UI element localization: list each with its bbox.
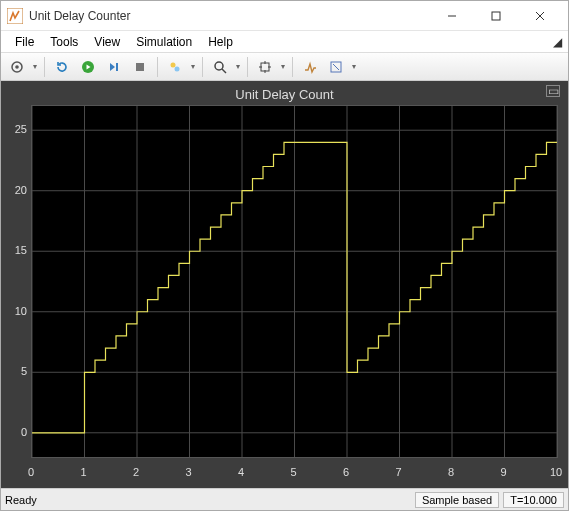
svg-point-6: [15, 65, 19, 69]
svg-rect-14: [261, 63, 269, 71]
restart-button[interactable]: [50, 56, 74, 78]
maximize-axes-icon[interactable]: ▭: [546, 85, 560, 97]
plot-area[interactable]: 0510152025012345678910: [31, 105, 558, 458]
xtick: 8: [448, 466, 454, 478]
titlebar: Unit Delay Counter: [1, 1, 568, 31]
svg-rect-8: [116, 63, 118, 71]
highlight-button[interactable]: [163, 56, 187, 78]
ytick: 25: [1, 123, 27, 135]
xtick: 6: [343, 466, 349, 478]
svg-rect-9: [136, 63, 144, 71]
ytick: 10: [1, 305, 27, 317]
ytick: 0: [1, 426, 27, 438]
measurements-caret[interactable]: ▾: [350, 62, 358, 71]
config-gear-caret[interactable]: ▾: [31, 62, 39, 71]
xtick: 2: [133, 466, 139, 478]
highlight-caret[interactable]: ▾: [189, 62, 197, 71]
ytick: 20: [1, 184, 27, 196]
triggers-button[interactable]: [298, 56, 322, 78]
xtick: 4: [238, 466, 244, 478]
autoscale-button[interactable]: [253, 56, 277, 78]
menu-simulation[interactable]: Simulation: [128, 33, 200, 51]
svg-line-16: [333, 64, 339, 70]
xtick: 5: [290, 466, 296, 478]
status-time: T=10.000: [503, 492, 564, 508]
menu-file[interactable]: File: [7, 33, 42, 51]
menu-overflow-icon[interactable]: ◢: [553, 35, 562, 49]
config-gear-button[interactable]: [5, 56, 29, 78]
scope-area: Unit Delay Count ▭ 051015202501234567891…: [1, 81, 568, 488]
menu-tools[interactable]: Tools: [42, 33, 86, 51]
xtick: 1: [80, 466, 86, 478]
status-mode: Sample based: [415, 492, 499, 508]
measurements-button[interactable]: [324, 56, 348, 78]
xtick: 3: [185, 466, 191, 478]
app-icon: [7, 8, 23, 24]
minimize-button[interactable]: [430, 2, 474, 30]
scope-title: Unit Delay Count: [7, 87, 562, 105]
ytick: 15: [1, 244, 27, 256]
ytick: 5: [1, 365, 27, 377]
stop-button[interactable]: [128, 56, 152, 78]
svg-rect-2: [492, 12, 500, 20]
toolbar: ▾▾▾▾▾: [1, 53, 568, 81]
menu-help[interactable]: Help: [200, 33, 241, 51]
xtick: 7: [395, 466, 401, 478]
status-ready: Ready: [5, 494, 37, 506]
maximize-button[interactable]: [474, 2, 518, 30]
menubar: FileToolsViewSimulationHelp◢: [1, 31, 568, 53]
xtick: 9: [500, 466, 506, 478]
close-button[interactable]: [518, 2, 562, 30]
window-title: Unit Delay Counter: [29, 9, 130, 23]
svg-line-13: [222, 69, 226, 73]
autoscale-caret[interactable]: ▾: [279, 62, 287, 71]
zoom-button[interactable]: [208, 56, 232, 78]
menu-view[interactable]: View: [86, 33, 128, 51]
svg-point-11: [175, 66, 180, 71]
statusbar: Ready Sample based T=10.000: [1, 488, 568, 510]
zoom-caret[interactable]: ▾: [234, 62, 242, 71]
xtick: 0: [28, 466, 34, 478]
run-button[interactable]: [76, 56, 100, 78]
step-forward-button[interactable]: [102, 56, 126, 78]
xtick: 10: [550, 466, 562, 478]
svg-point-12: [215, 62, 223, 70]
svg-point-10: [171, 62, 176, 67]
